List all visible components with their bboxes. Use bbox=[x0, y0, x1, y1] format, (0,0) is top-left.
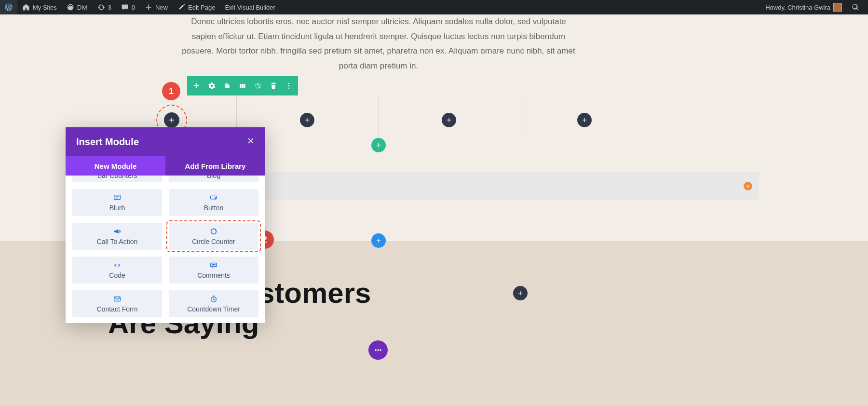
module-label: Button bbox=[204, 204, 223, 212]
page-canvas: Donec ultricies lobortis eros, nec aucto… bbox=[0, 14, 868, 406]
svg-point-4 bbox=[377, 349, 379, 351]
howdy-text: Howdy, Christina Gwira bbox=[765, 4, 830, 11]
builder-menu-fab[interactable] bbox=[368, 340, 388, 360]
module-call-to-action[interactable]: Call To Action bbox=[72, 223, 162, 250]
add-module-button[interactable] bbox=[442, 113, 456, 127]
modal-title: Insert Module bbox=[76, 136, 139, 148]
code-icon bbox=[113, 261, 122, 270]
move-icon[interactable] bbox=[191, 81, 202, 91]
tab-new-module[interactable]: New Module bbox=[66, 156, 165, 176]
home-icon bbox=[22, 3, 30, 11]
add-section-button[interactable] bbox=[744, 182, 752, 190]
site-name[interactable]: Divi bbox=[62, 0, 93, 14]
module-code[interactable]: Code bbox=[72, 257, 162, 284]
module-label: Blog bbox=[207, 176, 220, 179]
new-content[interactable]: New bbox=[140, 0, 173, 14]
add-row-button[interactable] bbox=[371, 138, 386, 152]
columns-icon[interactable] bbox=[237, 81, 248, 91]
module-label: Code bbox=[109, 271, 125, 279]
modal-header: Insert Module bbox=[66, 127, 265, 156]
account-menu[interactable]: Howdy, Christina Gwira bbox=[760, 0, 847, 14]
close-icon[interactable] bbox=[247, 137, 255, 147]
comments-icon bbox=[209, 261, 218, 270]
svg-point-5 bbox=[380, 349, 381, 351]
module-contact-form[interactable]: Contact Form bbox=[72, 290, 162, 317]
add-module-button[interactable] bbox=[164, 112, 179, 128]
svg-point-0 bbox=[288, 83, 290, 84]
gear-icon[interactable] bbox=[206, 81, 217, 91]
column-divider bbox=[378, 96, 379, 142]
svg-point-1 bbox=[288, 85, 290, 87]
comments-count: 0 bbox=[132, 4, 135, 11]
intro-paragraph: Donec ultricies lobortis eros, nec aucto… bbox=[178, 14, 579, 73]
more-icon[interactable] bbox=[284, 81, 294, 91]
module-label: Circle Counter bbox=[192, 238, 235, 245]
edit-page[interactable]: Edit Page bbox=[173, 0, 220, 14]
exit-vb-label: Exit Visual Builder bbox=[225, 4, 275, 11]
megaphone-icon bbox=[113, 227, 122, 236]
mail-icon bbox=[113, 295, 122, 303]
insert-module-modal: Insert Module New Module Add From Librar… bbox=[66, 127, 265, 323]
my-sites-label: My Sites bbox=[33, 4, 57, 11]
module-bar-counters[interactable]: Bar Counters bbox=[72, 176, 162, 182]
comment-icon bbox=[121, 3, 129, 11]
svg-point-13 bbox=[215, 264, 215, 265]
svg-point-2 bbox=[288, 88, 290, 89]
module-button[interactable]: Button bbox=[169, 189, 258, 216]
wp-admin-bar: My Sites Divi 3 0 New bbox=[0, 0, 868, 14]
module-toolbar bbox=[187, 76, 298, 95]
trash-icon[interactable] bbox=[268, 81, 279, 91]
module-label: Blurb bbox=[109, 204, 125, 212]
circle-counter-icon bbox=[209, 227, 218, 236]
site-label: Divi bbox=[77, 4, 88, 11]
blurb-icon bbox=[113, 193, 122, 202]
svg-rect-14 bbox=[114, 297, 121, 301]
module-label: Bar Counters bbox=[97, 176, 137, 179]
updates-icon bbox=[97, 3, 105, 11]
new-label: New bbox=[155, 4, 168, 11]
column-divider bbox=[520, 96, 520, 142]
svg-point-12 bbox=[213, 264, 214, 265]
avatar bbox=[833, 3, 842, 12]
svg-point-11 bbox=[212, 264, 213, 265]
tab-add-from-library[interactable]: Add From Library bbox=[165, 156, 265, 176]
module-label: Countdown Timer bbox=[187, 305, 240, 313]
modal-body: Bar Counters Blog Blurb Button bbox=[66, 176, 265, 323]
search-icon bbox=[852, 3, 859, 11]
svg-point-3 bbox=[375, 349, 377, 351]
wordpress-icon bbox=[5, 3, 13, 11]
pencil-icon bbox=[177, 3, 185, 11]
module-label: Call To Action bbox=[97, 238, 138, 245]
plus-icon bbox=[145, 3, 152, 11]
svg-rect-8 bbox=[115, 198, 118, 198]
wp-logo[interactable] bbox=[0, 0, 17, 14]
timer-icon bbox=[209, 295, 218, 303]
add-module-button[interactable] bbox=[577, 113, 592, 127]
module-label: Comments bbox=[197, 271, 230, 279]
search-toggle[interactable] bbox=[847, 0, 864, 14]
module-comments[interactable]: Comments bbox=[169, 257, 258, 284]
module-blurb[interactable]: Blurb bbox=[72, 189, 162, 216]
add-module-button[interactable] bbox=[300, 113, 314, 127]
modal-tabs: New Module Add From Library bbox=[66, 156, 265, 176]
annotation-badge: 1 bbox=[162, 82, 180, 100]
add-section-button-blue[interactable] bbox=[371, 233, 386, 248]
svg-rect-7 bbox=[115, 196, 119, 197]
power-icon[interactable] bbox=[253, 81, 263, 91]
svg-rect-6 bbox=[114, 195, 121, 200]
gauge-icon bbox=[67, 3, 74, 11]
module-blog[interactable]: Blog bbox=[169, 176, 258, 182]
updates-count: 3 bbox=[108, 4, 111, 11]
my-sites[interactable]: My Sites bbox=[17, 0, 62, 14]
duplicate-icon[interactable] bbox=[222, 81, 232, 91]
updates[interactable]: 3 bbox=[93, 0, 116, 14]
module-label: Contact Form bbox=[97, 305, 138, 313]
exit-vb[interactable]: Exit Visual Builder bbox=[220, 0, 280, 14]
add-module-button[interactable] bbox=[513, 286, 528, 300]
button-icon bbox=[209, 193, 218, 202]
edit-page-label: Edit Page bbox=[188, 4, 215, 11]
module-countdown-timer[interactable]: Countdown Timer bbox=[169, 290, 258, 317]
comments[interactable]: 0 bbox=[116, 0, 140, 14]
module-circle-counter[interactable]: Circle Counter bbox=[169, 223, 258, 250]
